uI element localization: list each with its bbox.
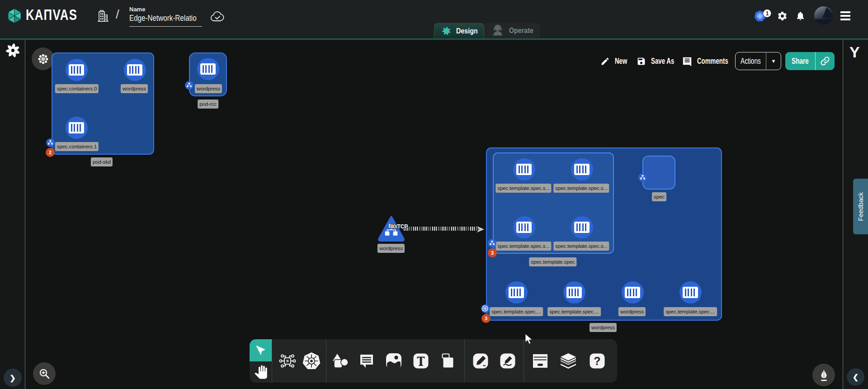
svg-text:1: 1 [766, 10, 769, 17]
svg-text:?: ? [594, 355, 600, 367]
